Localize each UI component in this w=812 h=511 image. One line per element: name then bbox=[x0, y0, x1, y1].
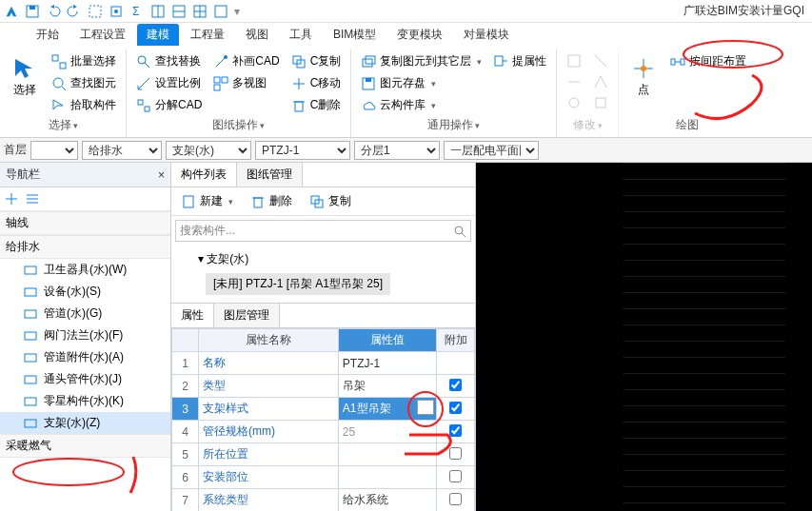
select-button[interactable]: 选择 bbox=[6, 51, 44, 115]
prop-value[interactable] bbox=[338, 443, 436, 466]
nav-item[interactable]: 通头管件(水)(J) bbox=[0, 368, 170, 390]
point-button[interactable]: 点 bbox=[624, 51, 663, 115]
prop-name[interactable]: 系统类型 bbox=[199, 489, 339, 512]
ellipsis-button[interactable]: ⋯ bbox=[417, 400, 434, 415]
supplement-cad-button[interactable]: 补画CAD bbox=[209, 51, 283, 71]
svg-rect-51 bbox=[681, 59, 684, 65]
tab-project[interactable]: 工程设置 bbox=[70, 24, 135, 46]
tab-component-list[interactable]: 构件列表 bbox=[171, 163, 237, 187]
prop-name[interactable]: 管径规格(mm) bbox=[199, 421, 339, 443]
prop-name[interactable]: 所在位置 bbox=[199, 443, 339, 466]
nav-section-axis[interactable]: 轴线 bbox=[0, 211, 170, 235]
grid3-icon[interactable] bbox=[192, 4, 208, 19]
prop-name[interactable]: 安装部位 bbox=[199, 466, 339, 489]
tab-model[interactable]: 建模 bbox=[137, 24, 179, 46]
nav-section-plumbing[interactable]: 给排水 bbox=[0, 235, 170, 259]
nav-item[interactable]: 零星构件(水)(K) bbox=[0, 390, 170, 412]
batch-select-button[interactable]: 批量选择 bbox=[48, 51, 120, 71]
new-component-button[interactable]: 新建 bbox=[177, 191, 237, 211]
c-copy-button[interactable]: C复制 bbox=[287, 51, 346, 71]
sum-icon[interactable]: Σ bbox=[129, 4, 145, 19]
grid4-icon[interactable] bbox=[213, 4, 228, 19]
tab-properties[interactable]: 属性 bbox=[171, 304, 214, 327]
nav-section-heating[interactable]: 采暖燃气 bbox=[0, 434, 170, 458]
tab-quantity[interactable]: 工程量 bbox=[181, 24, 234, 46]
nav-close-icon[interactable]: × bbox=[158, 168, 165, 182]
prop-name[interactable]: 名称 bbox=[199, 352, 339, 375]
tree-root[interactable]: ▾ 支架(水) bbox=[179, 249, 467, 269]
svg-rect-13 bbox=[215, 6, 227, 17]
copy-to-layer-button[interactable]: 复制图元到其它层 bbox=[357, 51, 485, 71]
row-index: 7 bbox=[172, 489, 199, 512]
redo-icon[interactable] bbox=[67, 4, 82, 19]
prop-extra-checkbox[interactable] bbox=[449, 424, 462, 437]
multi-view-button[interactable]: 多视图 bbox=[209, 73, 283, 93]
layer-select[interactable]: 分层1 bbox=[354, 141, 440, 160]
c-delete-button[interactable]: C删除 bbox=[287, 95, 346, 115]
tab-diff[interactable]: 对量模块 bbox=[454, 24, 519, 46]
svg-point-26 bbox=[224, 55, 228, 59]
pick-component-button[interactable]: 拾取构件 bbox=[48, 95, 120, 115]
save-view-button[interactable]: 图元存盘 bbox=[357, 73, 485, 93]
prop-name[interactable]: 类型 bbox=[199, 375, 339, 398]
prop-extra-checkbox[interactable] bbox=[449, 447, 462, 460]
viewport[interactable] bbox=[476, 163, 812, 511]
nav-list-icon[interactable] bbox=[25, 191, 40, 206]
ribbon-label-paper[interactable]: 图纸操作 bbox=[212, 115, 265, 135]
tab-tool[interactable]: 工具 bbox=[280, 24, 322, 46]
component-select[interactable]: 支架(水) bbox=[166, 141, 251, 160]
find-element-button[interactable]: 查找图元 bbox=[48, 73, 120, 93]
tab-start[interactable]: 开始 bbox=[27, 24, 69, 46]
prop-extra-checkbox[interactable] bbox=[449, 402, 462, 414]
grid1-icon[interactable] bbox=[150, 4, 166, 19]
ribbon-label-select[interactable]: 选择 bbox=[49, 115, 78, 135]
decompose-cad-button[interactable]: 分解CAD bbox=[132, 95, 206, 115]
nav-item[interactable]: 管道附件(水)(A) bbox=[0, 346, 170, 368]
prop-value[interactable] bbox=[338, 466, 436, 489]
nav-item[interactable]: 管道(水)(G) bbox=[0, 303, 170, 324]
delete-component-button[interactable]: 删除 bbox=[247, 191, 296, 211]
tab-layer-mgmt[interactable]: 图层管理 bbox=[214, 304, 280, 327]
plan-select[interactable]: 一层配电平面图 bbox=[444, 141, 539, 160]
region-icon[interactable] bbox=[88, 4, 103, 19]
copy-component-button[interactable]: 复制 bbox=[306, 191, 355, 211]
save-icon[interactable] bbox=[25, 4, 40, 19]
prop-extra-checkbox[interactable] bbox=[449, 493, 462, 505]
type-select[interactable]: PTZJ-1 bbox=[255, 141, 350, 160]
tab-view[interactable]: 视图 bbox=[236, 24, 278, 46]
row-index: 4 bbox=[172, 421, 199, 443]
svg-rect-58 bbox=[25, 266, 36, 274]
find-replace-button[interactable]: 查找替换 bbox=[132, 51, 206, 71]
ribbon-label-general[interactable]: 通用操作 bbox=[427, 115, 480, 135]
ribbon-group-paper: 查找替换 设置比例 分解CAD 补画CAD 多视图 C复制 C移动 C删除 图纸… bbox=[127, 49, 351, 137]
by-distance-button[interactable]: 按间距布置 bbox=[666, 51, 750, 71]
prop-name[interactable]: 支架样式 bbox=[199, 398, 339, 421]
floor-select[interactable] bbox=[30, 141, 78, 160]
prop-value-editing[interactable]: A1型吊架⋯ bbox=[338, 398, 436, 421]
nav-item[interactable]: 阀门法兰(水)(F) bbox=[0, 324, 170, 346]
nav-add-icon[interactable] bbox=[4, 191, 19, 206]
system-select[interactable]: 给排水 bbox=[82, 141, 162, 160]
svg-rect-64 bbox=[25, 398, 36, 405]
prop-extra-checkbox[interactable] bbox=[449, 470, 462, 482]
cloud-lib-button[interactable]: 云构件库 bbox=[357, 95, 485, 115]
locate-icon[interactable] bbox=[109, 4, 124, 19]
grid2-icon[interactable] bbox=[171, 4, 187, 19]
set-scale-button[interactable]: 设置比例 bbox=[132, 73, 206, 93]
nav-item[interactable]: 设备(水)(S) bbox=[0, 281, 170, 303]
prop-extra-checkbox[interactable] bbox=[449, 379, 462, 391]
search-component-input[interactable]: 搜索构件... bbox=[175, 220, 471, 242]
prop-value[interactable]: PTZJ-1 bbox=[338, 352, 436, 375]
nav-item[interactable]: 支架(水)(Z) bbox=[0, 412, 170, 434]
prop-value[interactable]: 吊架 bbox=[338, 375, 436, 398]
nav-item[interactable]: 卫生器具(水)(W) bbox=[0, 259, 170, 281]
tab-drawing-mgmt[interactable]: 图纸管理 bbox=[237, 163, 303, 187]
prop-value[interactable]: 给水系统 bbox=[338, 489, 436, 512]
tab-bim[interactable]: BIM模型 bbox=[324, 24, 386, 46]
undo-icon[interactable] bbox=[46, 4, 61, 19]
tab-change[interactable]: 变更模块 bbox=[387, 24, 452, 46]
prop-value[interactable]: 25 bbox=[338, 421, 436, 443]
tree-leaf[interactable]: [未用] PTZJ-1 [吊架 A1型吊架 25] bbox=[206, 273, 390, 295]
extract-prop-button[interactable]: 提属性 bbox=[489, 51, 550, 71]
c-move-button[interactable]: C移动 bbox=[287, 73, 346, 93]
